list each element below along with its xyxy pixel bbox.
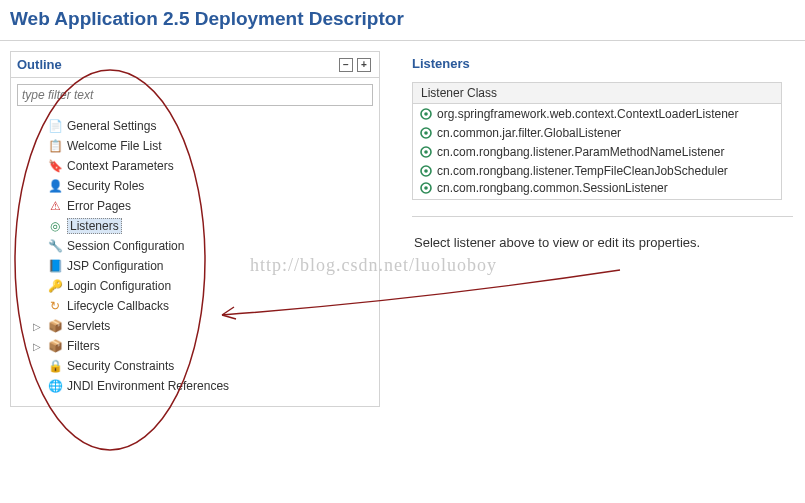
listener-icon	[419, 145, 433, 159]
listener-row[interactable]: cn.com.rongbang.listener.TempFileCleanJo…	[413, 161, 781, 180]
listener-class-text: cn.com.rongbang.listener.ParamMethodName…	[437, 145, 724, 159]
outline-header: Outline − +	[11, 52, 379, 78]
tree-item-icon: 📋	[47, 138, 63, 154]
tree-item-label: Security Constraints	[67, 359, 174, 373]
listeners-header-label: Listeners	[412, 56, 470, 71]
tree-item-icon: 👤	[47, 178, 63, 194]
outline-item-general-settings[interactable]: 📄General Settings	[15, 116, 375, 136]
workspace: Outline − + 📄General Settings📋Welcome Fi…	[0, 41, 805, 417]
listener-class-text: cn.common.jar.filter.GlobalListener	[437, 126, 621, 140]
outline-panel: Outline − + 📄General Settings📋Welcome Fi…	[10, 51, 380, 407]
outline-header-controls: − +	[339, 58, 371, 72]
listener-row[interactable]: cn.common.jar.filter.GlobalListener	[413, 123, 781, 142]
tree-item-icon: 🔑	[47, 278, 63, 294]
listener-class-text: org.springframework.web.context.ContextL…	[437, 107, 739, 121]
expand-icon[interactable]: ▷	[31, 341, 43, 352]
listeners-header: Listeners	[410, 51, 795, 76]
tree-item-label: Welcome File List	[67, 139, 161, 153]
listeners-table: Listener Class org.springframework.web.c…	[412, 82, 782, 200]
listener-icon	[419, 164, 433, 178]
tree-item-icon: 🔧	[47, 238, 63, 254]
listener-icon	[419, 181, 433, 195]
page-title: Web Application 2.5 Deployment Descripto…	[0, 0, 805, 41]
listener-icon	[419, 107, 433, 121]
outline-item-security-constraints[interactable]: 🔒Security Constraints	[15, 356, 375, 376]
tree-item-label: Session Configuration	[67, 239, 184, 253]
tree-item-label: Listeners	[67, 218, 122, 234]
listener-row[interactable]: org.springframework.web.context.ContextL…	[413, 104, 781, 123]
svg-point-3	[424, 131, 428, 135]
collapse-all-button[interactable]: −	[339, 58, 353, 72]
listener-class-text: cn.com.rongbang.common.SessionListener	[437, 181, 668, 195]
listeners-column-header[interactable]: Listener Class	[413, 83, 781, 104]
listener-class-text: cn.com.rongbang.listener.TempFileCleanJo…	[437, 164, 728, 178]
tree-item-label: JSP Configuration	[67, 259, 164, 273]
filter-input[interactable]	[17, 84, 373, 106]
tree-item-icon: 📄	[47, 118, 63, 134]
tree-item-label: Error Pages	[67, 199, 131, 213]
tree-item-icon: 📦	[47, 338, 63, 354]
tree-item-label: Login Configuration	[67, 279, 171, 293]
tree-item-label: Filters	[67, 339, 100, 353]
outline-item-listeners[interactable]: ◎Listeners	[15, 216, 375, 236]
outline-item-context-parameters[interactable]: 🔖Context Parameters	[15, 156, 375, 176]
outline-item-lifecycle-callbacks[interactable]: ↻Lifecycle Callbacks	[15, 296, 375, 316]
expand-all-button[interactable]: +	[357, 58, 371, 72]
outline-item-servlets[interactable]: ▷📦Servlets	[15, 316, 375, 336]
tree-item-label: JNDI Environment References	[67, 379, 229, 393]
tree-item-label: Security Roles	[67, 179, 144, 193]
outline-item-login-configuration[interactable]: 🔑Login Configuration	[15, 276, 375, 296]
tree-item-icon: ⚠	[47, 198, 63, 214]
tree-item-icon: ↻	[47, 298, 63, 314]
tree-item-icon: 📘	[47, 258, 63, 274]
svg-point-1	[424, 112, 428, 116]
listener-row[interactable]: cn.com.rongbang.common.SessionListener	[413, 180, 781, 199]
listener-row[interactable]: cn.com.rongbang.listener.ParamMethodName…	[413, 142, 781, 161]
tree-item-label: Context Parameters	[67, 159, 174, 173]
outline-item-filters[interactable]: ▷📦Filters	[15, 336, 375, 356]
listener-icon	[419, 126, 433, 140]
outline-item-session-configuration[interactable]: 🔧Session Configuration	[15, 236, 375, 256]
tree-item-label: General Settings	[67, 119, 156, 133]
tree-item-label: Servlets	[67, 319, 110, 333]
tree-item-icon: 🔒	[47, 358, 63, 374]
tree-item-icon: 🔖	[47, 158, 63, 174]
expand-icon[interactable]: ▷	[31, 321, 43, 332]
svg-point-9	[424, 186, 428, 190]
tree-item-icon: ◎	[47, 218, 63, 234]
svg-point-5	[424, 150, 428, 154]
outline-item-error-pages[interactable]: ⚠Error Pages	[15, 196, 375, 216]
outline-header-label: Outline	[17, 57, 62, 72]
tree-item-icon: 📦	[47, 318, 63, 334]
outline-item-jsp-configuration[interactable]: 📘JSP Configuration	[15, 256, 375, 276]
tree-item-label: Lifecycle Callbacks	[67, 299, 169, 313]
svg-point-7	[424, 169, 428, 173]
outline-tree: 📄General Settings📋Welcome File List🔖Cont…	[11, 112, 379, 406]
outline-item-welcome-file-list[interactable]: 📋Welcome File List	[15, 136, 375, 156]
listeners-hint: Select listener above to view or edit it…	[410, 217, 795, 268]
outline-item-jndi-environment-references[interactable]: 🌐JNDI Environment References	[15, 376, 375, 396]
outline-item-security-roles[interactable]: 👤Security Roles	[15, 176, 375, 196]
tree-item-icon: 🌐	[47, 378, 63, 394]
listeners-panel: Listeners Listener Class org.springframe…	[410, 51, 795, 407]
